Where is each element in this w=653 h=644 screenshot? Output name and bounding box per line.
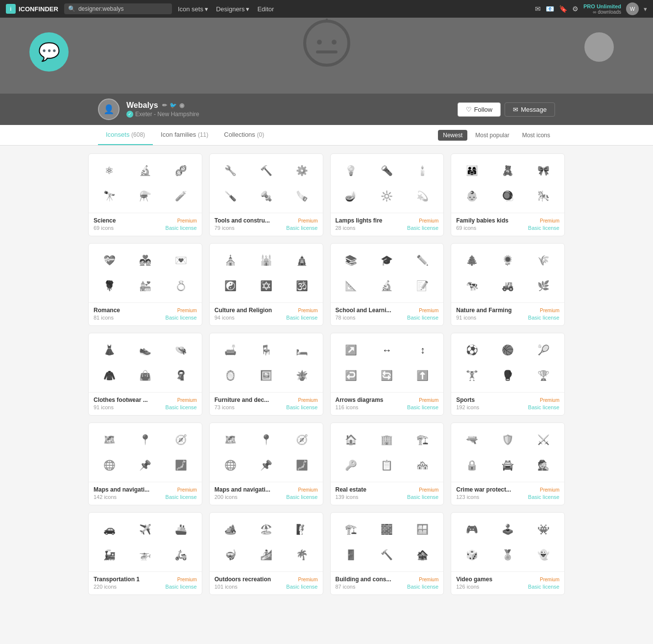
- icon-set-card[interactable]: 🗺️📍🧭🌐📌🗾 Maps and navigati... Premium 142…: [88, 422, 202, 505]
- icon-set-card[interactable]: 🔫🛡️⚔️🔒🚔🕵️ Crime war protect... Premium 1…: [451, 422, 565, 505]
- avatar[interactable]: W: [626, 2, 639, 15]
- card-icon: 🔨: [378, 546, 396, 564]
- card-icon: 🌴: [293, 546, 311, 564]
- profile-info-bar: 👤 Webalys ✏ 🐦 ◉ ✓ Exeter - New Hampshire…: [0, 94, 653, 125]
- twitter-icon[interactable]: 🐦: [169, 102, 177, 109]
- card-icon: 🧗: [293, 520, 311, 538]
- card-badge: Premium: [540, 577, 559, 582]
- icon-set-card[interactable]: 👨‍👩‍👧🧸🎀👶🪀🎠 Family babies kids Premium 69…: [451, 153, 565, 236]
- tab-iconsets[interactable]: Iconsets (608): [98, 125, 153, 145]
- card-icon: 🔑: [342, 456, 360, 474]
- icon-set-card[interactable]: 📚🎓✏️📐🔬📝 School and Learni... Premium 78 …: [330, 243, 444, 326]
- card-icon-count: 192 icons: [456, 404, 479, 410]
- icon-set-card[interactable]: 🛋️🪑🛏️🪞🖼️🪴 Furniture and dec... Premium 7…: [209, 333, 323, 416]
- card-icon: 🗾: [293, 456, 311, 474]
- tab-collections[interactable]: Collections (0): [216, 125, 272, 145]
- follow-button[interactable]: ♡ Follow: [458, 102, 501, 117]
- card-icon: ⚛: [100, 162, 118, 179]
- card-badge: Premium: [298, 397, 317, 403]
- card-icon: 👜: [136, 367, 154, 384]
- card-icon: 🔫: [463, 431, 481, 448]
- icon-set-card[interactable]: ⛪🕌🛕☯️✡️🕉️ Culture and Religion Premium 9…: [209, 243, 323, 326]
- card-badge: Premium: [177, 218, 197, 223]
- card-icon: ↕️: [414, 341, 432, 359]
- card-license: Basic license: [528, 404, 559, 410]
- filter-newest[interactable]: Newest: [438, 130, 467, 141]
- card-icon: 🛏️: [293, 341, 311, 359]
- card-icon: 🔭: [100, 187, 118, 205]
- card-icon: 🧪: [172, 187, 190, 205]
- card-icon: 🔩: [257, 187, 275, 205]
- card-icon: 🎀: [535, 162, 553, 179]
- card-license: Basic license: [407, 404, 438, 410]
- nav-designers[interactable]: Designers ▾: [216, 5, 250, 13]
- card-title: Lamps lights fire: [336, 217, 383, 224]
- svg-point-2: [332, 40, 337, 45]
- message-button[interactable]: ✉ Message: [505, 102, 555, 117]
- notification-icon[interactable]: ✉: [535, 5, 541, 13]
- icon-set-card[interactable]: ↗️↔️↕️↩️🔄⬆️ Arrows diagrams Premium 116 …: [330, 333, 444, 416]
- logo[interactable]: i ICONFINDER: [6, 4, 58, 14]
- tab-icon-families[interactable]: Icon families (11): [153, 125, 216, 145]
- bookmark-icon[interactable]: 🔖: [559, 5, 567, 13]
- card-icon: 📌: [257, 456, 275, 474]
- filter-most-popular[interactable]: Most popular: [470, 130, 514, 141]
- card-icon-count: 79 icons: [215, 225, 235, 231]
- card-icon: 🏗️: [414, 431, 432, 448]
- card-icon: 🚁: [136, 546, 154, 564]
- dribbble-icon[interactable]: ◉: [179, 102, 184, 109]
- card-icon: 👾: [535, 520, 553, 538]
- card-icon: 🧱: [378, 520, 396, 538]
- mail-icon[interactable]: 📧: [546, 5, 554, 13]
- edit-icon[interactable]: ✏: [162, 102, 167, 109]
- icon-set-card[interactable]: 🎮🕹️👾🎲🏅👻 Video games Premium 126 icons Ba…: [451, 512, 565, 595]
- icon-set-card[interactable]: 💡🔦🕯️🪔🔆💫 Lamps lights fire Premium 28 ico…: [330, 153, 444, 236]
- card-title: Family babies kids: [456, 217, 508, 224]
- icon-set-card[interactable]: ⚛🔬🧬🔭⚗️🧪 Science Premium 69 icons Basic l…: [88, 153, 202, 236]
- nav-editor[interactable]: Editor: [257, 5, 274, 13]
- card-icon: 🌿: [535, 277, 553, 295]
- card-icon: 🚪: [342, 546, 360, 564]
- icon-set-card[interactable]: 🏗️🧱🪟🚪🔨🏚️ Building and cons... Premium 87…: [330, 512, 444, 595]
- card-icon: 🧭: [172, 431, 190, 448]
- card-title: Nature and Farming: [456, 307, 511, 314]
- card-icon-count: 78 icons: [336, 315, 356, 321]
- filter-most-icons[interactable]: Most icons: [517, 130, 555, 141]
- icon-set-card[interactable]: 👗👟👒🧥👜🧣 Clothes footwear ... Premium 91 i…: [88, 333, 202, 416]
- icon-set-card[interactable]: 🏠🏢🏗️🔑📋🏘️ Real estate Premium 139 icons B…: [330, 422, 444, 505]
- card-icon-count: 116 icons: [336, 404, 359, 410]
- search-input[interactable]: [78, 5, 162, 12]
- card-license: Basic license: [286, 225, 317, 231]
- icon-set-card[interactable]: 🚗✈️🚢🚂🚁🛵 Transportation 1 Premium 220 ico…: [88, 512, 202, 595]
- icon-set-card[interactable]: ⚽🏀🎾🏋️🥊🏆 Sports Premium 192 icons Basic l…: [451, 333, 565, 416]
- card-icon: 📚: [342, 251, 360, 269]
- card-badge: Premium: [177, 308, 197, 313]
- card-icon: 📍: [136, 431, 154, 448]
- card-license: Basic license: [407, 225, 438, 231]
- card-icon-count: 94 icons: [215, 315, 235, 321]
- robot-decoration: [273, 19, 381, 94]
- card-license: Basic license: [407, 315, 438, 321]
- icon-set-card[interactable]: 🌲🌻🌾🐄🚜🌿 Nature and Farming Premium 91 ico…: [451, 243, 565, 326]
- card-icon: ↩️: [342, 367, 360, 384]
- card-license: Basic license: [166, 494, 197, 500]
- card-icon: 🔄: [378, 367, 396, 384]
- card-icon: 🛕: [293, 251, 311, 269]
- card-badge: Premium: [540, 397, 559, 403]
- card-icon-count: 123 icons: [456, 494, 479, 500]
- settings-icon[interactable]: ⚙: [572, 5, 579, 13]
- card-icon: 🕹️: [499, 520, 517, 538]
- card-icon: 🪟: [414, 520, 432, 538]
- card-icon-count: 69 icons: [456, 225, 476, 231]
- profile-tabs: Iconsets (608) Icon families (11) Collec…: [0, 125, 653, 146]
- icon-set-card[interactable]: 🏕️🏖️🧗🤿🏄🌴 Outdoors recreation Premium 101…: [209, 512, 323, 595]
- card-badge: Premium: [419, 487, 438, 493]
- nav-iconsets[interactable]: Icon sets ▾: [178, 5, 208, 13]
- icon-set-card[interactable]: 🗺️📍🧭🌐📌🗾 Maps and navigati... Premium 200…: [209, 422, 323, 505]
- search-bar[interactable]: 🔍: [64, 3, 172, 14]
- chevron-down-icon: ▾: [246, 5, 249, 13]
- card-license: Basic license: [286, 494, 317, 500]
- icon-set-card[interactable]: 💝💑💌🌹💒💍 Romance Premium 81 icons Basic li…: [88, 243, 202, 326]
- card-icon: 🔒: [463, 456, 481, 474]
- icon-set-card[interactable]: 🔧🔨⚙️🪛🔩🪚 Tools and constru... Premium 79 …: [209, 153, 323, 236]
